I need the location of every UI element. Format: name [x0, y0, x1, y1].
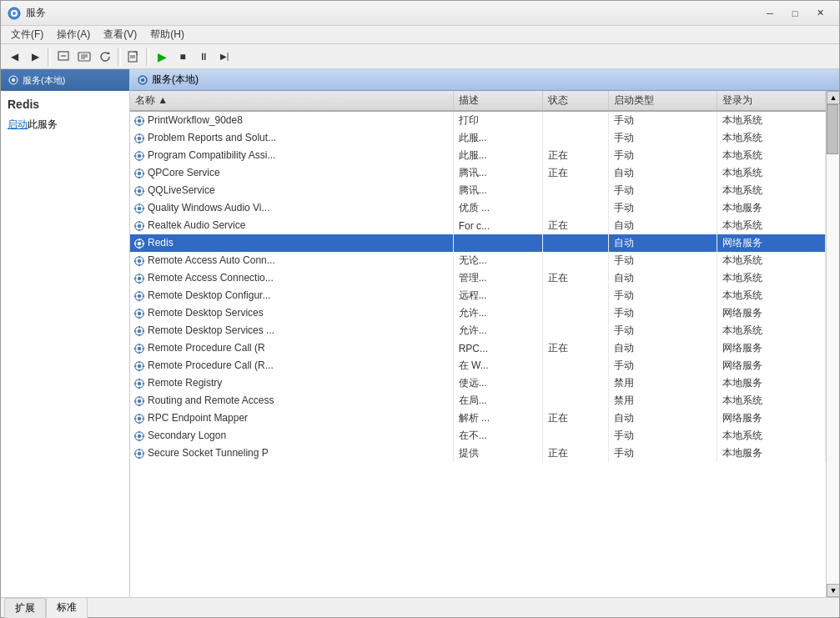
cell-status — [542, 304, 608, 322]
svg-point-102 — [138, 364, 141, 368]
svg-rect-37 — [138, 168, 140, 171]
cell-name: Secondary Logon — [130, 427, 453, 445]
cell-name: QPCore Service — [130, 164, 453, 182]
cell-startup: 手动 — [608, 129, 717, 147]
cell-logon: 本地系统 — [717, 129, 825, 147]
close-button[interactable]: ✕ — [807, 5, 832, 22]
app-icon — [8, 7, 21, 20]
svg-rect-34 — [143, 155, 145, 157]
table-row[interactable]: QQLiveService 腾讯... 手动 本地系统 — [130, 182, 826, 199]
cell-desc: 在 W... — [453, 357, 542, 374]
svg-rect-85 — [138, 309, 140, 311]
tab-standard[interactable]: 标准 — [46, 597, 88, 618]
svg-rect-70 — [143, 260, 145, 262]
svg-rect-67 — [138, 256, 140, 259]
scroll-track[interactable] — [827, 104, 839, 584]
scrollbar[interactable]: ▲ ▼ — [826, 91, 839, 597]
svg-rect-56 — [138, 229, 140, 231]
toolbar-properties[interactable] — [74, 47, 94, 67]
col-name[interactable]: 名称 ▲ — [130, 91, 453, 111]
cell-startup: 手动 — [608, 427, 717, 445]
window-title: 服务 — [26, 6, 757, 20]
cell-startup: 自动 — [608, 164, 717, 182]
svg-point-36 — [138, 172, 141, 175]
scroll-down-btn[interactable]: ▼ — [827, 584, 839, 597]
menu-view[interactable]: 查看(V) — [97, 26, 143, 43]
table-row[interactable]: Routing and Remote Access 在局... 禁用 本地系统 — [130, 392, 826, 409]
cell-logon: 本地系统 — [717, 392, 825, 409]
tab-extended[interactable]: 扩展 — [4, 598, 46, 618]
toolbar-pause[interactable]: ⏸ — [194, 47, 214, 67]
sidebar-action-link[interactable]: 启动此服务 — [8, 118, 123, 132]
svg-point-54 — [138, 224, 141, 228]
svg-rect-33 — [134, 155, 137, 157]
cell-desc: 腾讯... — [453, 164, 542, 182]
svg-rect-94 — [143, 330, 145, 332]
sidebar-header: 服务(本地) — [1, 69, 129, 91]
table-row[interactable]: Secondary Logon 在不... 手动 本地系统 — [130, 427, 826, 445]
svg-rect-43 — [138, 186, 140, 188]
menu-file[interactable]: 文件(F) — [4, 26, 50, 43]
toolbar-stop[interactable]: ■ — [173, 47, 193, 67]
scroll-up-btn[interactable]: ▲ — [827, 91, 839, 104]
table-row[interactable]: Remote Desktop Services ... 允许... 手动 本地系… — [130, 322, 826, 339]
table-row[interactable]: Redis 自动 网络服务 — [130, 234, 826, 252]
toolbar-forward[interactable]: ▶ — [25, 47, 45, 67]
table-row[interactable]: Remote Procedure Call (R RPC... 正在 自动 网络… — [130, 339, 826, 357]
maximize-button[interactable]: □ — [782, 5, 807, 22]
table-row[interactable]: Remote Procedure Call (R... 在 W... 手动 网络… — [130, 357, 826, 374]
cell-startup: 禁用 — [608, 392, 717, 409]
table-row[interactable]: Remote Access Connectio... 管理... 正在 自动 本… — [130, 269, 826, 287]
minimize-button[interactable]: ─ — [757, 5, 782, 22]
menu-action[interactable]: 操作(A) — [50, 26, 97, 43]
svg-rect-10 — [128, 52, 137, 62]
services-table: 名称 ▲ 描述 状态 启动类型 登录为 PrintWorkflow_90de8 … — [130, 91, 826, 462]
scroll-thumb[interactable] — [827, 104, 838, 154]
toolbar-export[interactable] — [123, 47, 143, 67]
toolbar-restart[interactable]: ▶| — [214, 47, 234, 67]
table-row[interactable]: Remote Access Auto Conn... 无论... 手动 本地系统 — [130, 252, 826, 269]
table-row[interactable]: Quality Windows Audio Vi... 优质 ... 手动 本地… — [130, 199, 826, 217]
start-service-link[interactable]: 启动 — [8, 118, 28, 130]
svg-rect-116 — [138, 404, 140, 406]
toolbar-up[interactable] — [53, 47, 73, 67]
cell-status — [542, 252, 608, 269]
svg-rect-21 — [134, 120, 137, 122]
table-row[interactable]: Program Compatibility Assi... 此服... 正在 手… — [130, 147, 826, 164]
table-row[interactable]: Remote Desktop Configur... 远程... 手动 本地系统 — [130, 287, 826, 304]
table-row[interactable]: Problem Reports and Solut... 此服... 手动 本地… — [130, 129, 826, 147]
table-row[interactable]: Realtek Audio Service For c... 正在 自动 本地系… — [130, 217, 826, 234]
table-row[interactable]: Remote Registry 使远... 禁用 本地服务 — [130, 374, 826, 392]
services-tbody: PrintWorkflow_90de8 打印 手动 本地系统 Problem R… — [130, 111, 826, 462]
col-logon[interactable]: 登录为 — [717, 91, 825, 111]
cell-desc: 打印 — [453, 111, 542, 129]
toolbar-start[interactable]: ▶ — [152, 47, 172, 67]
toolbar-refresh[interactable] — [95, 47, 115, 67]
cell-status — [542, 182, 608, 199]
col-status[interactable]: 状态 — [542, 91, 608, 111]
svg-rect-52 — [143, 208, 145, 209]
cell-name: Remote Procedure Call (R... — [130, 357, 453, 374]
cell-logon: 网络服务 — [717, 409, 825, 427]
col-desc[interactable]: 描述 — [453, 91, 542, 111]
svg-rect-27 — [134, 138, 137, 139]
svg-point-48 — [138, 207, 141, 210]
sidebar-service-name: Redis — [8, 98, 123, 111]
svg-point-126 — [138, 435, 141, 438]
table-row[interactable]: RPC Endpoint Mapper 解析 ... 正在 自动 网络服务 — [130, 409, 826, 427]
cell-logon: 本地系统 — [717, 269, 825, 287]
menu-help[interactable]: 帮助(H) — [143, 26, 191, 43]
table-row[interactable]: Remote Desktop Services 允许... 手动 网络服务 — [130, 304, 826, 322]
cell-name: Remote Access Auto Conn... — [130, 252, 453, 269]
table-row[interactable]: Secure Socket Tunneling P 提供 正在 手动 本地服务 — [130, 445, 826, 462]
col-startup[interactable]: 启动类型 — [608, 91, 717, 111]
table-row[interactable]: PrintWorkflow_90de8 打印 手动 本地系统 — [130, 111, 826, 129]
toolbar-back[interactable]: ◀ — [4, 47, 24, 67]
table-container[interactable]: 名称 ▲ 描述 状态 启动类型 登录为 PrintWorkflow_90de8 … — [130, 91, 826, 597]
svg-rect-64 — [143, 243, 145, 244]
table-row[interactable]: QPCore Service 腾讯... 正在 自动 本地系统 — [130, 164, 826, 182]
svg-point-114 — [138, 399, 141, 403]
svg-point-60 — [138, 242, 141, 245]
cell-desc: 优质 ... — [453, 199, 542, 217]
cell-logon: 本地系统 — [717, 322, 825, 339]
